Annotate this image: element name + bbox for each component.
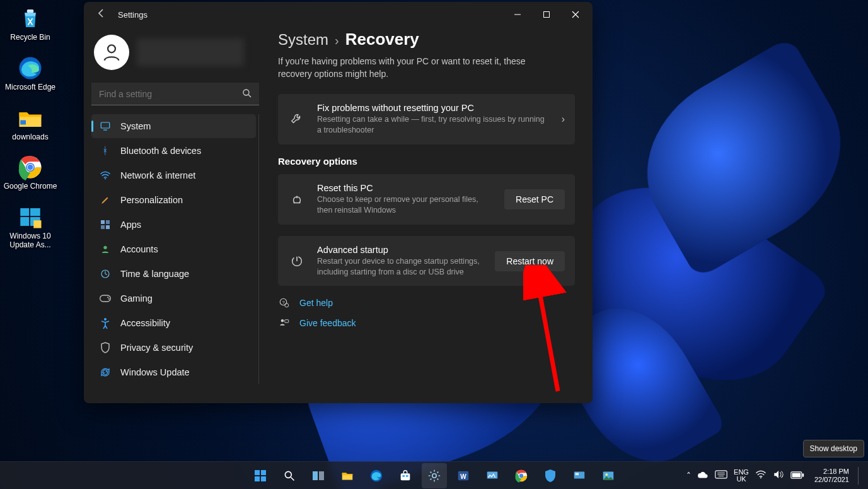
link-label: Get help (299, 298, 333, 308)
taskbar-word-button[interactable]: W (451, 463, 476, 488)
sidebar-item-apps[interactable]: Apps (91, 213, 256, 237)
desktop-icon-microsoft-edge[interactable]: Microsoft Edge (3, 55, 58, 92)
show-desktop-tooltip: Show desktop (803, 440, 864, 457)
taskbar-store-button[interactable] (393, 463, 418, 488)
sidebar-item-label: Personalization (120, 195, 183, 205)
sidebar-item-label: Time & language (120, 269, 189, 279)
desktop-icon-downloads[interactable]: downloads (3, 105, 58, 142)
globe-clock-icon (99, 268, 112, 280)
nav: System ᚼ Bluetooth & devices Network & i… (91, 114, 259, 384)
taskbar-photos-button[interactable] (596, 463, 621, 488)
sidebar-item-label: Accounts (120, 244, 158, 254)
svg-point-35 (281, 319, 284, 322)
taskbar-chrome-button[interactable] (509, 463, 534, 488)
tray-overflow-icon[interactable]: ˄ (686, 471, 691, 481)
taskbar-security-button[interactable] (538, 463, 563, 488)
monitor-icon (99, 120, 112, 133)
svg-rect-21 (106, 220, 110, 224)
sidebar-item-accounts[interactable]: Accounts (91, 237, 256, 261)
get-help-link[interactable]: ? Get help (278, 297, 575, 309)
desktop-icon-win10-assistant[interactable]: Windows 10 Update As... (3, 204, 58, 250)
svg-point-29 (104, 318, 107, 321)
sidebar-item-label: Accessibility (120, 318, 170, 328)
shield-icon (99, 341, 112, 354)
taskbar-explorer-button[interactable] (335, 463, 360, 488)
taskbar-search-button[interactable] (277, 463, 302, 488)
bluetooth-icon: ᚼ (99, 144, 112, 157)
svg-rect-8 (30, 208, 40, 216)
svg-point-19 (105, 178, 106, 179)
sidebar-item-personalization[interactable]: Personalization (91, 188, 256, 212)
wrench-icon (288, 112, 306, 126)
svg-rect-0 (27, 9, 34, 13)
sidebar-item-network[interactable]: Network & internet (91, 163, 256, 187)
desktop-icon-label: downloads (12, 133, 48, 142)
sidebar-item-time-language[interactable]: Time & language (91, 262, 256, 286)
language-indicator[interactable]: ENG UK (734, 469, 749, 483)
titlebar: Settings (84, 2, 593, 27)
sidebar-item-label: Network & internet (120, 170, 195, 180)
avatar (94, 35, 129, 70)
sidebar-item-windows-update[interactable]: Windows Update (91, 360, 256, 384)
chevron-right-icon: › (562, 114, 565, 125)
main-content: System › Recovery If you're having probl… (267, 27, 593, 403)
breadcrumb-root[interactable]: System (278, 31, 328, 49)
svg-rect-17 (101, 122, 110, 128)
svg-point-50 (432, 473, 436, 477)
minimize-button[interactable] (503, 4, 532, 25)
show-desktop-button[interactable] (858, 467, 862, 485)
svg-rect-22 (101, 225, 105, 229)
taskbar-edge-button[interactable] (364, 463, 389, 488)
restart-now-button[interactable]: Restart now (495, 251, 565, 271)
battery-tray-icon[interactable] (790, 471, 804, 481)
windows-update-assistant-icon (17, 204, 43, 230)
svg-rect-40 (255, 476, 260, 481)
sidebar-item-system[interactable]: System (91, 114, 256, 138)
sidebar-item-label: Windows Update (120, 367, 190, 377)
desktop-icon-google-chrome[interactable]: Google Chrome (3, 154, 58, 191)
keyboard-icon[interactable] (715, 470, 727, 481)
update-icon (99, 366, 112, 379)
apps-icon (99, 218, 112, 231)
close-button[interactable] (561, 4, 590, 25)
settings-window: Settings System (84, 2, 593, 403)
svg-rect-20 (101, 220, 105, 224)
card-desc: Resetting can take a while — first, try … (317, 114, 550, 136)
sidebar-item-bluetooth[interactable]: ᚼ Bluetooth & devices (91, 139, 256, 163)
svg-point-64 (760, 477, 761, 478)
svg-text:W: W (460, 473, 466, 480)
wifi-tray-icon[interactable] (755, 470, 767, 481)
svg-point-55 (519, 473, 523, 477)
svg-point-59 (605, 473, 608, 476)
sidebar-item-gaming[interactable]: Gaming (91, 286, 256, 310)
volume-tray-icon[interactable] (773, 469, 784, 481)
person-icon (99, 243, 112, 256)
back-button[interactable] (91, 8, 112, 21)
window-title: Settings (118, 10, 148, 20)
onedrive-icon[interactable] (697, 471, 709, 481)
search-input[interactable] (91, 83, 259, 105)
clock[interactable]: 2:18 PM 22/07/2021 (814, 468, 849, 483)
taskbar-monitor-app-button[interactable] (480, 463, 505, 488)
start-button[interactable] (248, 463, 273, 488)
taskbar-settings-button[interactable] (422, 463, 447, 488)
svg-rect-39 (261, 470, 266, 475)
sidebar-item-privacy[interactable]: Privacy & security (91, 336, 256, 360)
maximize-button[interactable] (532, 4, 561, 25)
svg-point-14 (108, 45, 115, 52)
give-feedback-link[interactable]: Give feedback (278, 317, 575, 329)
chrome-icon (17, 154, 43, 180)
desktop-icon-recycle-bin[interactable]: Recycle Bin (3, 5, 58, 42)
sidebar-item-accessibility[interactable]: Accessibility (91, 311, 256, 335)
svg-rect-66 (792, 473, 801, 477)
fix-problems-card[interactable]: Fix problems without resetting your PC R… (278, 94, 575, 144)
taskbar-tray: ˄ ENG UK 2:18 PM 22/07/2021 (686, 467, 868, 485)
profile-block[interactable] (91, 31, 259, 79)
task-view-button[interactable] (306, 463, 331, 488)
page-title: Recovery (345, 30, 419, 49)
svg-rect-48 (402, 475, 405, 477)
reset-pc-button[interactable]: Reset PC (504, 189, 565, 209)
taskbar: W ˄ ENG UK 2:18 PM 22/07/2021 (0, 461, 868, 489)
svg-rect-47 (400, 473, 410, 480)
taskbar-app-button[interactable] (567, 463, 592, 488)
